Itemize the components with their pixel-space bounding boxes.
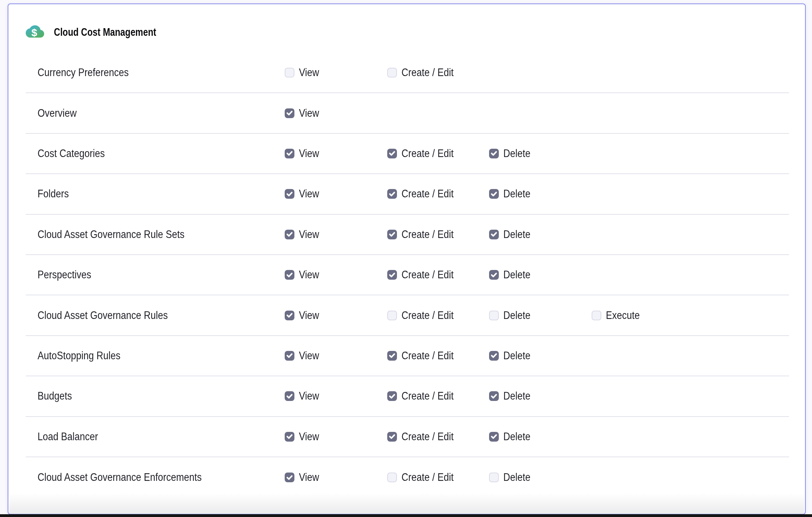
svg-text:$: $ — [31, 27, 37, 38]
